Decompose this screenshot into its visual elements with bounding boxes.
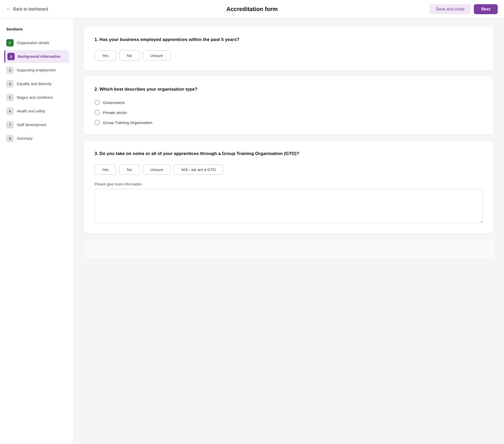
sidebar-badge-8: 8 [6, 135, 14, 142]
badge-number-8: 8 [9, 137, 11, 141]
header-actions: Save and close Next [429, 4, 498, 14]
sidebar-badge-4: 4 [6, 80, 14, 87]
question-card-2: 2. Which best describes your organisatio… [84, 76, 494, 135]
sidebar-badge-7: 7 [6, 121, 14, 128]
sidebar-badge-3: 3 [6, 66, 14, 74]
sidebar-item-wages-conditions[interactable]: 5 Wages and conditions [4, 91, 69, 104]
sidebar-label-7: Staff development [17, 123, 46, 127]
page-title: Accreditation form [226, 6, 278, 13]
sidebar-label-2: Background information [18, 54, 61, 59]
badge-number-5: 5 [9, 96, 11, 100]
save-close-button[interactable]: Save and close [429, 4, 471, 14]
q1-no-button[interactable]: No [119, 50, 139, 61]
sidebar-title: Sections [4, 27, 69, 31]
sidebar-item-health-safety[interactable]: 6 Health and safety [4, 105, 69, 117]
question-3-text: 3. Do you take on some or all of your ap… [94, 150, 483, 157]
more-information-textarea[interactable] [94, 189, 483, 223]
q1-yes-button[interactable]: Yes [94, 50, 116, 61]
sidebar-item-staff-development[interactable]: 7 Staff development [4, 118, 69, 131]
textarea-label: Please give more information [94, 182, 483, 186]
q2-government-radio[interactable] [94, 100, 100, 105]
sidebar-item-organisation-details[interactable]: ✓ Organisation details [4, 37, 69, 49]
badge-number-6: 6 [9, 109, 11, 113]
sidebar: Sections ✓ Organisation details 2 Backgr… [0, 18, 74, 444]
badge-number-7: 7 [9, 123, 11, 127]
q2-gto-label: Group Training Organisation [103, 120, 152, 125]
sidebar-label-8: Summary [17, 136, 33, 141]
question-3-answers: Yes No Unsure N/A - we are a GTO [94, 164, 483, 175]
app-header: ← Back to dashboard Accreditation form S… [0, 0, 504, 18]
q2-gto-option[interactable]: Group Training Organisation [94, 120, 483, 125]
sidebar-badge-5: 5 [6, 94, 14, 101]
back-arrow-icon: ← [6, 6, 11, 12]
q3-no-button[interactable]: No [119, 164, 139, 175]
main-content: 1. Has your business employed apprentice… [74, 18, 504, 444]
q2-private-sector-radio[interactable] [94, 110, 100, 115]
question-card-3: 3. Do you take on some or all of your ap… [84, 141, 494, 234]
q2-private-sector-option[interactable]: Private sector [94, 110, 483, 115]
checkmark-icon: ✓ [8, 41, 12, 45]
badge-number-2: 2 [10, 55, 12, 59]
q3-unsure-button[interactable]: Unsure [143, 164, 171, 175]
question-card-4-partial [84, 240, 494, 259]
q2-gto-radio[interactable] [94, 120, 100, 125]
q2-private-sector-label: Private sector [103, 110, 127, 115]
sidebar-item-supporting-employment[interactable]: 3 Supporting employment [4, 64, 69, 76]
q1-unsure-button[interactable]: Unsure [143, 50, 171, 61]
question-1-text: 1. Has your business employed apprentice… [94, 36, 483, 43]
q3-yes-button[interactable]: Yes [94, 164, 116, 175]
sidebar-label-5: Wages and conditions [17, 95, 53, 100]
badge-number-3: 3 [9, 68, 11, 72]
question-2-options: Government Private sector Group Training… [94, 100, 483, 125]
sidebar-badge-6: 6 [6, 107, 14, 115]
sidebar-item-summary[interactable]: 8 Summary [4, 132, 69, 145]
q2-government-label: Government [103, 100, 125, 105]
question-card-1: 1. Has your business employed apprentice… [84, 27, 494, 70]
question-2-text: 2. Which best describes your organisatio… [94, 86, 483, 93]
back-label: Back to dashboard [13, 7, 48, 12]
q3-na-gto-button[interactable]: N/A - we are a GTO [174, 164, 223, 175]
sidebar-label-6: Health and safety [17, 109, 45, 113]
sidebar-label-1: Organisation details [17, 41, 49, 45]
sidebar-label-4: Equality and diversity [17, 82, 51, 86]
back-to-dashboard-link[interactable]: ← Back to dashboard [6, 6, 48, 12]
sidebar-badge-2: 2 [7, 53, 15, 60]
sidebar-label-3: Supporting employment [17, 68, 56, 72]
main-layout: Sections ✓ Organisation details 2 Backgr… [0, 18, 504, 444]
question-1-answers: Yes No Unsure [94, 50, 483, 61]
badge-number-4: 4 [9, 82, 11, 86]
next-button[interactable]: Next [474, 4, 498, 14]
sidebar-item-background-information[interactable]: 2 Background information [4, 50, 69, 63]
q2-government-option[interactable]: Government [94, 100, 483, 105]
sidebar-badge-1: ✓ [6, 39, 14, 47]
sidebar-item-equality-diversity[interactable]: 4 Equality and diversity [4, 78, 69, 90]
